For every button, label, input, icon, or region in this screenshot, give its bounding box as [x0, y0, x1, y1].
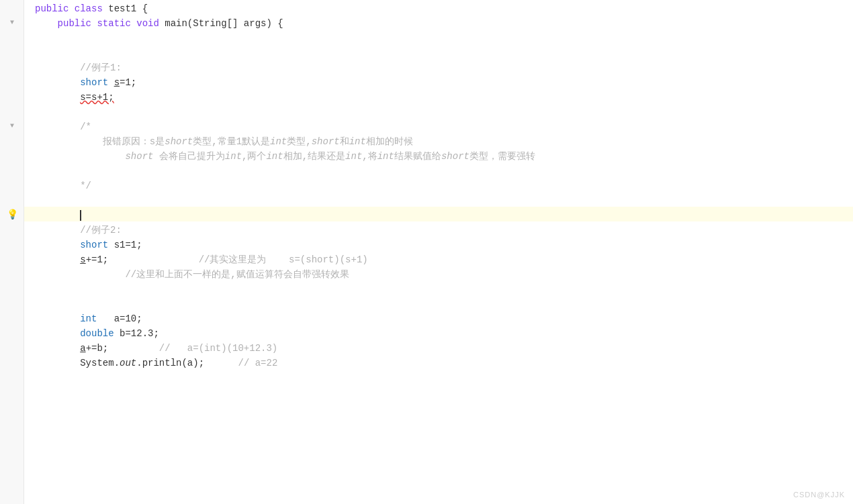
code-lines: public class test1 { public static void … — [24, 0, 853, 369]
line-content — [24, 207, 87, 221]
line-content — [24, 295, 40, 310]
code-line: //这里和上面不一样的是,赋值运算符会自带强转效果 — [24, 266, 853, 281]
code-line — [24, 44, 853, 59]
code-line: double b=12.3; — [24, 325, 853, 340]
code-line: //例子1: — [24, 59, 853, 74]
code-line — [24, 281, 853, 295]
fold-arrow-icon: ▼ — [0, 15, 24, 30]
code-line: */ — [24, 177, 853, 192]
line-content — [24, 162, 40, 177]
code-line: int a=10; — [24, 310, 853, 325]
code-line: a+=b; // a=(int)(10+12.3) — [24, 340, 853, 354]
line-content: s+=1; //其实这里是为 s=(short)(s+1) — [24, 251, 373, 266]
line-content: 报错原因：s是short类型,常量1默认是int类型,short和int相加的时… — [24, 133, 418, 148]
code-line: short s1=1; — [24, 236, 853, 251]
code-line — [24, 30, 853, 44]
code-line: short 会将自己提升为int,两个int相加,结果还是int,将int结果赋… — [24, 148, 853, 162]
line-content: /* — [24, 118, 97, 133]
code-area[interactable]: public class test1 { public static void … — [24, 0, 853, 504]
code-line: s+=1; //其实这里是为 s=(short)(s+1) — [24, 251, 853, 266]
code-line — [24, 192, 853, 207]
fold-arrow-icon: ▼ — [0, 118, 24, 133]
line-content: public class test1 { — [24, 0, 153, 15]
line-content: s=s+1; — [24, 89, 120, 103]
code-line — [24, 103, 853, 118]
cursor — [80, 210, 81, 221]
line-content: int a=10; — [24, 310, 148, 325]
code-line — [24, 207, 853, 221]
line-content: //例子2: — [24, 221, 127, 236]
code-line: public static void main(String[] args) { — [24, 15, 853, 30]
code-line: //例子2: — [24, 221, 853, 236]
code-line: 报错原因：s是short类型,常量1默认是int类型,short和int相加的时… — [24, 133, 853, 148]
watermark: CSDN@KJJK — [793, 491, 845, 499]
line-content — [24, 281, 40, 295]
code-line: s=s+1; — [24, 89, 853, 103]
line-content: short s1=1; — [24, 236, 148, 251]
line-content: */ — [24, 177, 97, 192]
line-content: short 会将自己提升为int,两个int相加,结果还是int,将int结果赋… — [24, 148, 541, 162]
fold-triangle[interactable]: ▼ — [10, 19, 14, 26]
line-content: //这里和上面不一样的是,赋值运算符会自带强转效果 — [24, 266, 355, 281]
editor-container: ▼▼💡 public class test1 { public static v… — [0, 0, 853, 504]
line-content — [24, 30, 40, 44]
line-content — [24, 44, 40, 59]
code-line: System.out.println(a); // a=22 — [24, 354, 853, 369]
code-line — [24, 162, 853, 177]
line-content: double b=12.3; — [24, 325, 165, 340]
line-content: a+=b; // a=(int)(10+12.3) — [24, 340, 283, 354]
lightbulb-icon[interactable]: 💡 — [7, 209, 18, 220]
code-line: public class test1 { — [24, 0, 853, 15]
code-line — [24, 295, 853, 310]
line-content: //例子1: — [24, 59, 127, 74]
line-content: System.out.println(a); // a=22 — [24, 354, 283, 369]
gutter: ▼▼💡 — [0, 0, 24, 504]
line-content — [24, 103, 40, 118]
line-content: public static void main(String[] args) { — [24, 15, 289, 30]
code-line: /* — [24, 118, 853, 133]
fold-triangle[interactable]: ▼ — [10, 122, 14, 130]
bulb-icon: 💡 — [0, 207, 24, 221]
code-line: short s=1; — [24, 74, 853, 89]
line-content: short s=1; — [24, 74, 142, 89]
line-content — [24, 192, 40, 207]
